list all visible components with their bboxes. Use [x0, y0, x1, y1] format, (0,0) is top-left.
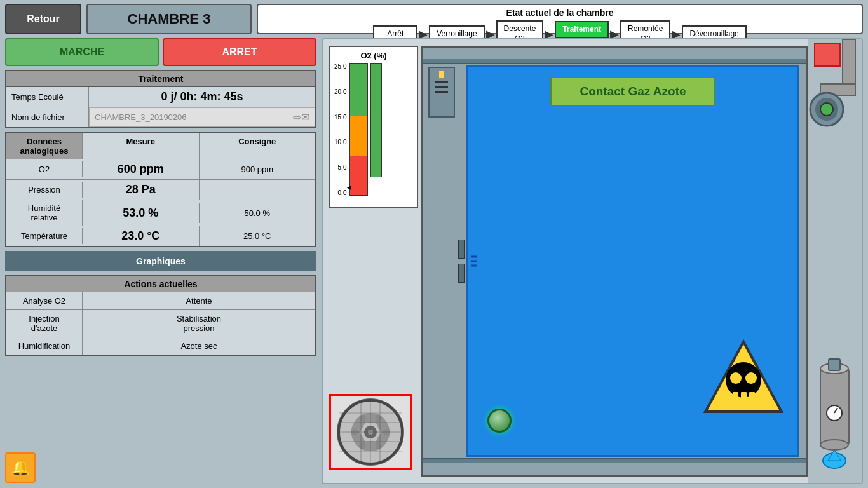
left-sensors	[458, 240, 465, 283]
temperature-measure: 23.0 °C	[83, 226, 200, 246]
door-track-bottom	[423, 458, 806, 463]
svg-point-20	[730, 372, 742, 384]
panel-bar1	[435, 81, 448, 83]
svg-point-21	[745, 372, 757, 384]
gauge-yellow-zone	[350, 116, 367, 156]
main-content: MARCHE ARRET Traitement Temps Ecoulé 0 j…	[0, 38, 868, 488]
chambre-title: CHAMBRE 3	[86, 4, 252, 34]
fan-svg	[336, 397, 405, 467]
right-pipes-area	[808, 39, 862, 483]
o2-measure: 600 ppm	[83, 159, 200, 179]
mesure-col-header: Mesure	[83, 133, 200, 159]
gauge-green-zone	[350, 64, 367, 116]
humidification-label: Humidification	[6, 337, 83, 355]
gauge-label-10: 10.0	[334, 139, 346, 146]
panel-bar3	[435, 91, 448, 93]
nom-fichier-value[interactable]: ⇨ ✉	[89, 107, 315, 127]
right-panel: O2 (%) 25.0 20.0 15.0 10.0 5.0 0.0	[322, 38, 863, 484]
injection-azote-row: Injectiond'azote Stabilisationpression	[6, 310, 315, 337]
temps-ecoule-row: Temps Ecoulé 0 j/ 0h: 4m: 45s	[6, 87, 315, 107]
retour-button[interactable]: Retour	[5, 4, 81, 34]
gauge-label-20: 20.0	[334, 88, 346, 95]
elec-panel-left	[428, 67, 455, 118]
humidite-measure: 53.0 %	[83, 203, 200, 223]
donnees-analogiques-section: Donnéesanalogiques Mesure Consigne O2 60…	[5, 132, 316, 247]
traitement-header: Traitement	[6, 71, 315, 87]
pression-consigne	[200, 187, 316, 193]
gauge-red-zone	[350, 156, 367, 195]
analog-header-row: Donnéesanalogiques Mesure Consigne	[6, 133, 315, 159]
humidification-row: Humidification Azote sec	[6, 337, 315, 355]
chamber-door: Contact Gaz Azote	[466, 65, 799, 457]
analyse-o2-label: Analyse O2	[6, 292, 83, 309]
gauge-label-15: 15.0	[334, 114, 346, 121]
panel-bar2	[435, 86, 448, 88]
temperature-label: Température	[6, 228, 83, 244]
graphiques-button[interactable]: Graphiques	[5, 251, 316, 271]
pipe-top-svg	[808, 39, 862, 166]
chamber-visualization: O2 (%) 25.0 20.0 15.0 10.0 5.0 0.0	[322, 38, 863, 484]
svg-point-34	[820, 440, 848, 450]
temps-ecoule-value: 0 j/ 0h: 4m: 45s	[89, 87, 315, 107]
envelope-icon: ✉	[301, 111, 309, 123]
humidite-row: Humiditérelative 53.0 % 50.0 %	[6, 200, 315, 226]
svg-point-31	[820, 103, 833, 116]
send-icon: ⇨	[293, 111, 301, 123]
o2-label: O2	[6, 161, 83, 177]
svg-rect-35	[829, 359, 840, 370]
temps-ecoule-label: Temps Ecoulé	[6, 87, 89, 107]
gauge-green-strip	[370, 63, 382, 177]
gauge-label-25: 25.0	[334, 63, 346, 70]
green-indicator	[487, 409, 512, 433]
tank-svg	[811, 356, 858, 470]
svg-rect-24	[741, 392, 747, 398]
top-bar: Retour CHAMBRE 3 Etat actuel de la chamb…	[0, 0, 868, 38]
panel-light	[439, 71, 444, 78]
filename-input[interactable]	[95, 112, 290, 122]
gauge-needle: ◄	[345, 183, 353, 192]
gauge-label-5: 5.0	[334, 164, 346, 171]
o2-consigne: 900 ppm	[200, 161, 316, 177]
traitement-section: Traitement Temps Ecoulé 0 j/ 0h: 4m: 45s…	[5, 70, 316, 128]
analyse-o2-row: Analyse O2 Attente	[6, 292, 315, 310]
sensor-top	[458, 240, 465, 259]
marche-button[interactable]: MARCHE	[5, 38, 159, 66]
pression-measure: 28 Pa	[83, 180, 200, 200]
consigne-col-header: Consigne	[200, 133, 316, 159]
analyse-o2-value: Attente	[83, 292, 315, 309]
arret-button[interactable]: ARRET	[163, 38, 316, 66]
actions-section: Actions actuelles Analyse O2 Attente Inj…	[5, 275, 316, 356]
svg-rect-23	[733, 392, 738, 398]
actions-header: Actions actuelles	[6, 276, 315, 292]
chamber-outer: Contact Gaz Azote	[421, 46, 808, 477]
humidification-value: Azote sec	[83, 337, 315, 355]
temperature-row: Température 23.0 °C 25.0 °C	[6, 226, 315, 246]
nom-fichier-row: Nom de fichier ⇨ ✉	[6, 107, 315, 127]
warning-sign	[702, 339, 785, 423]
pression-label: Pression	[6, 182, 83, 198]
o2-gauge-panel: O2 (%) 25.0 20.0 15.0 10.0 5.0 0.0	[329, 46, 418, 208]
contact-gaz-banner: Contact Gaz Azote	[550, 77, 715, 106]
nom-fichier-label: Nom de fichier	[6, 107, 89, 127]
humidite-label: Humiditérelative	[6, 200, 83, 226]
o2-row: O2 600 ppm 900 ppm	[6, 159, 315, 180]
step-box-3: Traitement	[555, 21, 609, 39]
etat-title: Etat actuel de la chambre	[506, 8, 614, 18]
o2-gauge-title: O2 (%)	[334, 51, 413, 60]
alarm-button[interactable]: 🔔	[5, 452, 36, 483]
etat-panel: Etat actuel de la chambre Arrêt▶Verrouil…	[257, 4, 863, 34]
svg-rect-25	[749, 392, 755, 398]
injection-azote-label: Injectiond'azote	[6, 310, 83, 337]
pression-row: Pression 28 Pa	[6, 180, 315, 200]
temperature-consigne: 25.0 °C	[200, 228, 316, 244]
left-panel: MARCHE ARRET Traitement Temps Ecoulé 0 j…	[5, 38, 316, 484]
sensor-bottom	[458, 264, 465, 283]
svg-rect-27	[843, 39, 855, 90]
fan-panel	[329, 394, 412, 470]
humidite-consigne: 50.0 %	[200, 205, 316, 221]
injection-azote-value: Stabilisationpression	[83, 310, 315, 337]
door-track-top	[423, 59, 806, 64]
marche-arret-row: MARCHE ARRET	[5, 38, 316, 66]
door-handle-left	[471, 256, 477, 267]
analog-title: Donnéesanalogiques	[6, 133, 83, 159]
